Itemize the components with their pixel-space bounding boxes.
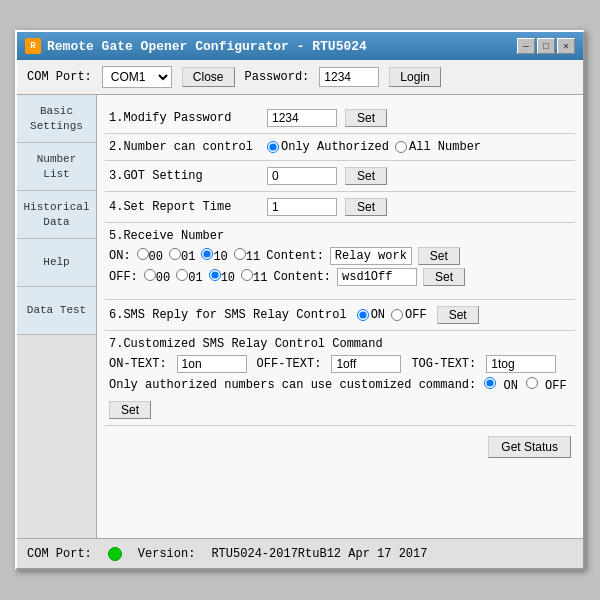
only-authorized-text: Only Authorized bbox=[281, 140, 389, 154]
sms-off-radio[interactable] bbox=[391, 309, 403, 321]
tog-text-input[interactable] bbox=[486, 355, 556, 373]
auth-on-label[interactable]: ON bbox=[484, 377, 518, 393]
off-text-label: OFF-TEXT: bbox=[257, 357, 322, 371]
main-window: R Remote Gate Opener Configurator - RTU5… bbox=[15, 30, 585, 570]
off-10-radio[interactable] bbox=[209, 269, 221, 281]
got-setting-label: 3.GOT Setting bbox=[109, 169, 259, 183]
sms-off-label[interactable]: OFF bbox=[391, 308, 427, 322]
all-number-text: All Number bbox=[409, 140, 481, 154]
set-off-button[interactable]: Set bbox=[423, 268, 465, 286]
report-time-input[interactable] bbox=[267, 198, 337, 216]
off-text-input[interactable] bbox=[331, 355, 401, 373]
toolbar: COM Port: COM1 Close Password: Login bbox=[17, 60, 583, 95]
off-00-radio[interactable] bbox=[144, 269, 156, 281]
all-number-label[interactable]: All Number bbox=[395, 140, 481, 154]
all-number-radio[interactable] bbox=[395, 141, 407, 153]
on-10-label[interactable]: 10 bbox=[201, 248, 227, 264]
section-receive-number: 5.Receive Number ON: 00 01 10 11 Content… bbox=[105, 223, 575, 300]
off-content-label: Content: bbox=[273, 270, 331, 284]
tog-text-label: TOG-TEXT: bbox=[411, 357, 476, 371]
set-auth-button[interactable]: Set bbox=[109, 401, 151, 419]
sidebar-item-basic-settings[interactable]: Basic Settings bbox=[17, 95, 96, 143]
main-area: Basic Settings Number List Historical Da… bbox=[17, 95, 583, 538]
section-2-row: 2.Number can control Only Authorized All… bbox=[109, 140, 571, 154]
auth-off-radio[interactable] bbox=[526, 377, 538, 389]
report-time-label: 4.Set Report Time bbox=[109, 200, 259, 214]
modify-password-label: 1.Modify Password bbox=[109, 111, 259, 125]
title-bar: R Remote Gate Opener Configurator - RTU5… bbox=[17, 32, 583, 60]
status-com-port-label: COM Port: bbox=[27, 547, 92, 561]
section-got-setting: 3.GOT Setting Set bbox=[105, 161, 575, 192]
sidebar-item-historical-data[interactable]: Historical Data bbox=[17, 191, 96, 239]
maximize-button[interactable]: □ bbox=[537, 38, 555, 54]
password-input[interactable] bbox=[319, 67, 379, 87]
sms-relay-radios: ON OFF bbox=[357, 308, 427, 322]
set-password-button[interactable]: Set bbox=[345, 109, 387, 127]
got-setting-input[interactable] bbox=[267, 167, 337, 185]
sms-on-text: ON bbox=[371, 308, 385, 322]
login-button[interactable]: Login bbox=[389, 67, 440, 87]
sidebar-item-help[interactable]: Help bbox=[17, 239, 96, 287]
on-00-label[interactable]: 00 bbox=[137, 248, 163, 264]
section-6-row: 6.SMS Reply for SMS Relay Control ON OFF… bbox=[109, 306, 571, 324]
password-field[interactable] bbox=[267, 109, 337, 127]
set-got-button[interactable]: Set bbox=[345, 167, 387, 185]
on-11-label[interactable]: 11 bbox=[234, 248, 260, 264]
off-label: OFF: bbox=[109, 270, 138, 284]
set-on-button[interactable]: Set bbox=[418, 247, 460, 265]
auth-off-label[interactable]: OFF bbox=[526, 377, 567, 393]
on-text-input[interactable] bbox=[177, 355, 247, 373]
off-11-radio[interactable] bbox=[241, 269, 253, 281]
only-authorized-label[interactable]: Only Authorized bbox=[267, 140, 389, 154]
off-00-label[interactable]: 00 bbox=[144, 269, 170, 285]
number-control-label: 2.Number can control bbox=[109, 140, 259, 154]
title-bar-left: R Remote Gate Opener Configurator - RTU5… bbox=[25, 38, 367, 54]
on-content-label: Content: bbox=[266, 249, 324, 263]
receive-number-settings: ON: 00 01 10 11 Content: Relay work Set … bbox=[109, 243, 571, 293]
section-1-row: 1.Modify Password Set bbox=[109, 109, 571, 127]
number-control-radios: Only Authorized All Number bbox=[267, 140, 481, 154]
on-01-radio[interactable] bbox=[169, 248, 181, 260]
section-5-title-row: 5.Receive Number bbox=[109, 229, 571, 243]
on-00-radio[interactable] bbox=[137, 248, 149, 260]
on-content-value: Relay work bbox=[330, 247, 412, 265]
section-customized-sms: 7.Customized SMS Relay Control Command O… bbox=[105, 331, 575, 426]
sidebar: Basic Settings Number List Historical Da… bbox=[17, 95, 97, 538]
sidebar-item-number-list[interactable]: Number List bbox=[17, 143, 96, 191]
get-status-button[interactable]: Get Status bbox=[488, 436, 571, 458]
minimize-button[interactable]: — bbox=[517, 38, 535, 54]
section-sms-relay: 6.SMS Reply for SMS Relay Control ON OFF… bbox=[105, 300, 575, 331]
set-report-button[interactable]: Set bbox=[345, 198, 387, 216]
off-11-label[interactable]: 11 bbox=[241, 269, 267, 285]
sidebar-item-data-test[interactable]: Data Test bbox=[17, 287, 96, 335]
app-icon: R bbox=[25, 38, 41, 54]
on-10-radio[interactable] bbox=[201, 248, 213, 260]
sms-on-radio[interactable] bbox=[357, 309, 369, 321]
auth-on-radio[interactable] bbox=[484, 377, 496, 389]
sms-on-label[interactable]: ON bbox=[357, 308, 385, 322]
window-title: Remote Gate Opener Configurator - RTU502… bbox=[47, 39, 367, 54]
close-button[interactable]: Close bbox=[182, 67, 235, 87]
only-authorized-radio[interactable] bbox=[267, 141, 279, 153]
section-number-control: 2.Number can control Only Authorized All… bbox=[105, 134, 575, 161]
auth-off-text: OFF bbox=[545, 379, 567, 393]
section-3-row: 3.GOT Setting Set bbox=[109, 167, 571, 185]
close-window-button[interactable]: ✕ bbox=[557, 38, 575, 54]
section-4-row: 4.Set Report Time Set bbox=[109, 198, 571, 216]
on-11-radio[interactable] bbox=[234, 248, 246, 260]
authorized-row: Only authorized numbers can use customiz… bbox=[109, 377, 571, 419]
customized-sms-label: 7.Customized SMS Relay Control Command bbox=[109, 337, 383, 351]
on-01-label[interactable]: 01 bbox=[169, 248, 195, 264]
com-port-select[interactable]: COM1 bbox=[102, 66, 172, 88]
off-01-label[interactable]: 01 bbox=[176, 269, 202, 285]
sms-relay-label: 6.SMS Reply for SMS Relay Control bbox=[109, 308, 347, 322]
section-report-time: 4.Set Report Time Set bbox=[105, 192, 575, 223]
set-sms-relay-button[interactable]: Set bbox=[437, 306, 479, 324]
status-bar: COM Port: Version: RTU5024-2017RtuB12 Ap… bbox=[17, 538, 583, 568]
off-01-radio[interactable] bbox=[176, 269, 188, 281]
off-content-value: wsd1Off bbox=[337, 268, 417, 286]
sms-off-text: OFF bbox=[405, 308, 427, 322]
off-row: OFF: 00 01 10 11 Content: wsd1Off Set bbox=[109, 268, 571, 286]
on-label: ON: bbox=[109, 249, 131, 263]
off-10-label[interactable]: 10 bbox=[209, 269, 235, 285]
